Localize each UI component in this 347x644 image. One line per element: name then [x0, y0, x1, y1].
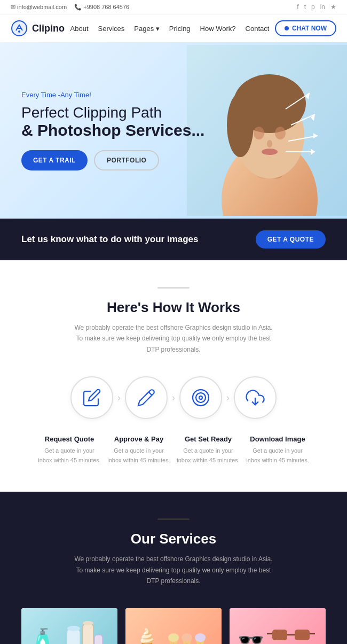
svg-point-34	[195, 633, 206, 642]
step-3-circle	[179, 376, 222, 419]
step-2-label: Approve & Pay Get a quote in your inbox …	[104, 435, 174, 465]
logo-icon	[11, 20, 28, 37]
sunglasses-illustration	[264, 614, 318, 644]
navbar: Clipino About Services Pages ▾ Pricing H…	[0, 14, 347, 42]
pencil-icon	[82, 388, 101, 407]
services-description: We probably operate the best offshore Gr…	[72, 554, 275, 586]
hero-tag: Every Time -Any Time!	[21, 91, 326, 99]
svg-rect-39	[295, 630, 310, 640]
service-2-image	[125, 608, 222, 644]
step-1-desc: Get a quote in your inbox within 45 minu…	[37, 446, 101, 465]
step-1-label: Request Quote Get a quote in your inbox …	[35, 435, 104, 465]
service-1-image	[21, 608, 117, 644]
service-card-mirror-effect[interactable]: Mirror Effect Clipping path is an except…	[230, 608, 326, 644]
download-cloud-icon	[246, 388, 265, 407]
hero-content: Every Time -Any Time! Perfect Clipping P…	[21, 91, 326, 170]
svg-point-27	[67, 626, 80, 631]
steps-labels-row: Request Quote Get a quote in your inbox …	[21, 435, 326, 465]
arrow-2: ›	[172, 392, 175, 404]
svg-rect-38	[272, 630, 287, 640]
hero-title-line1: Perfect Clipping Path	[21, 104, 162, 121]
edit-icon	[137, 388, 156, 407]
phone-text: +9908 768 64576	[83, 4, 129, 10]
service-3-image	[230, 608, 326, 644]
email-text: info@webmail.com	[17, 4, 67, 10]
nav-links: About Services Pages ▾ Pricing How Work?…	[70, 25, 270, 33]
step-3-label: Get Set Ready Get a quote in your inbox …	[174, 435, 243, 465]
chat-dot	[285, 26, 289, 30]
topbar: ✉ info@webmail.com 📞 +9908 768 64576 f t…	[0, 0, 347, 14]
portfolio-button[interactable]: PORTFOLIO	[94, 150, 160, 170]
linkedin-icon[interactable]: in	[320, 3, 325, 11]
svg-point-30	[168, 633, 179, 642]
services-grid: Clipping Path Clipping path is an except…	[16, 608, 331, 644]
svg-point-21	[196, 393, 206, 402]
svg-rect-25	[83, 624, 93, 644]
email-contact: ✉ info@webmail.com	[11, 4, 67, 11]
svg-point-22	[199, 396, 202, 399]
arrow-1: ›	[117, 392, 121, 404]
svg-rect-24	[67, 630, 80, 644]
nav-pages[interactable]: Pages ▾	[134, 25, 160, 33]
arrow-3: ›	[226, 392, 230, 404]
quote-text: Let us know what to do with your images	[21, 234, 199, 245]
steps-circles-row: › › ›	[21, 376, 326, 419]
pinterest-icon[interactable]: p	[311, 3, 315, 11]
hero-title: Perfect Clipping Path & Photoshop Servic…	[21, 104, 326, 139]
hero-section: Every Time -Any Time! Perfect Clipping P…	[0, 42, 347, 219]
twitter-icon[interactable]: t	[304, 3, 306, 11]
nav-about[interactable]: About	[70, 25, 89, 33]
icecream-illustration	[160, 614, 214, 644]
hero-buttons: GET A TRAIL PORTFOLIO	[21, 150, 326, 170]
topbar-social: f t p in ★	[297, 3, 336, 11]
star-icon[interactable]: ★	[330, 3, 336, 11]
service-card-clipping-path[interactable]: Clipping Path Clipping path is an except…	[21, 608, 117, 644]
chat-now-button[interactable]: CHAT NOW	[275, 20, 336, 36]
step-3-title: Get Set Ready	[176, 435, 240, 443]
how-it-works-section: Here's How It Works We probably operate …	[0, 260, 347, 492]
step-4-circle	[234, 376, 277, 419]
step-1-title: Request Quote	[37, 435, 101, 443]
svg-point-20	[193, 390, 209, 406]
cosmetics-illustration	[56, 614, 109, 644]
topbar-contacts: ✉ info@webmail.com 📞 +9908 768 64576	[11, 4, 129, 11]
step-4-label: Download Image Get a quote in your inbox…	[243, 435, 312, 465]
target-icon	[191, 388, 210, 407]
svg-point-32	[182, 633, 192, 642]
chat-btn-label: CHAT NOW	[292, 25, 327, 32]
svg-point-1	[18, 30, 20, 33]
step-3-desc: Get a quote in your inbox within 45 minu…	[176, 446, 240, 465]
nav-how-work[interactable]: How Work?	[200, 25, 236, 33]
services-divider	[157, 518, 190, 520]
how-description: We probably operate the best offshore Gr…	[72, 322, 275, 355]
quote-banner: Let us know what to do with your images …	[0, 219, 347, 260]
email-icon: ✉	[11, 4, 15, 10]
get-trail-button[interactable]: GET A TRAIL	[21, 150, 88, 170]
svg-point-28	[83, 621, 93, 625]
nav-services[interactable]: Services	[98, 25, 125, 33]
step-4-desc: Get a quote in your inbox within 45 minu…	[246, 446, 310, 465]
phone-contact: 📞 +9908 768 64576	[74, 4, 129, 11]
nav-contact[interactable]: Contact	[246, 25, 270, 33]
step-2-circle	[125, 376, 168, 419]
svg-rect-26	[94, 635, 102, 644]
phone-icon: 📞	[74, 4, 82, 10]
services-title: Our Services	[16, 531, 331, 547]
hero-title-line2: & Photoshop Services...	[21, 121, 204, 139]
services-section: Our Services We probably operate the bes…	[0, 492, 347, 644]
step-2-desc: Get a quote in your inbox within 45 minu…	[107, 446, 171, 465]
step-4-title: Download Image	[246, 435, 310, 443]
section-divider	[157, 287, 190, 289]
facebook-icon[interactable]: f	[297, 3, 298, 11]
service-card-drop-shadow[interactable]: Drop Shadow Clipping path is an exceptio…	[125, 608, 222, 644]
step-1-circle	[70, 376, 113, 419]
step-2-title: Approve & Pay	[107, 435, 171, 443]
logo[interactable]: Clipino	[11, 20, 65, 37]
logo-text: Clipino	[32, 23, 65, 34]
how-title: Here's How It Works	[21, 299, 326, 316]
nav-pricing[interactable]: Pricing	[169, 25, 191, 33]
get-quote-button[interactable]: GET A QUOTE	[256, 230, 326, 249]
